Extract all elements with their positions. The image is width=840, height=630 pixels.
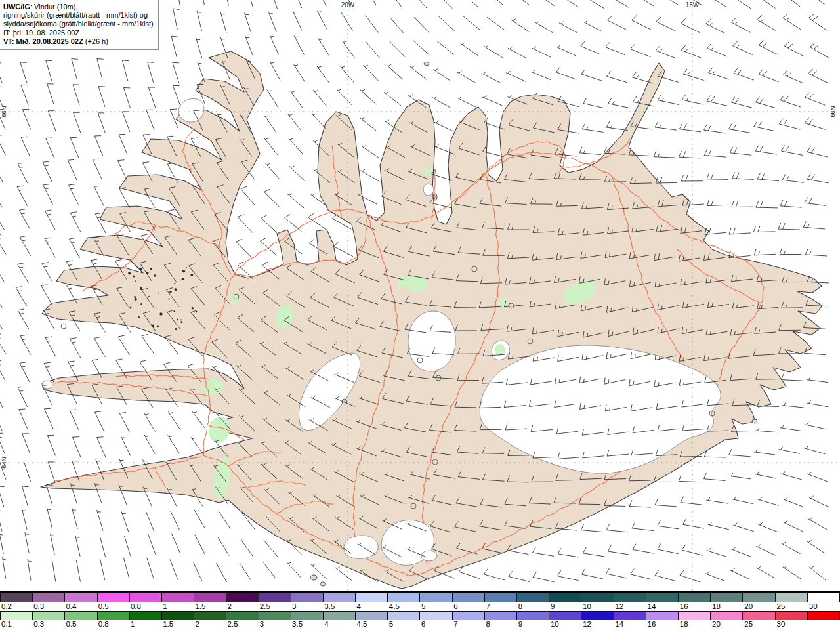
sleet-snow-scale-tick-label: 4.5 [357,620,368,629]
rain-scale-tick-label: 6 [453,602,457,611]
sleet-snow-scale-cell [678,612,710,620]
sleet-snow-scale-cell [581,612,613,620]
legend-colorbars: 0.20.30.40.50.811.522.533.544.5567891012… [0,591,840,630]
rain-scale-cell [226,593,258,602]
rain-scale-tick-label: 16 [680,602,688,611]
rain-scale-labels: 0.20.30.40.50.811.522.533.544.5567891012… [0,602,840,611]
rain-scale-tick-label: 5 [421,602,425,611]
rain-scale-cell [1,593,32,602]
rain-scale-tick-label: 0.8 [131,602,141,611]
parallel-label: 66N [0,106,7,117]
rain-scale-tick-label: 10 [583,602,591,611]
rain-scale-cell [161,593,194,602]
sleet-snow-scale-cell [291,612,323,620]
sleet-snow-scale-tick-label: 8 [486,620,490,629]
rain-scale-cell [387,593,419,602]
sleet-snow-scale-cell [775,612,807,620]
rain-scale-cell [775,593,807,602]
rain-scale-tick-label: 0.2 [1,602,12,611]
title-line-1: UWC/IG: Vindur (10m), [3,3,154,11]
init-time: IT: þri. 19. 08. 2025 00Z [3,29,154,37]
sleet-snow-scale-cell [1,612,32,620]
rain-scale-tick-label: 14 [648,602,656,611]
weather-map: 20W15W66N66N64N [0,0,840,592]
sleet-snow-scale-tick-label: 9 [518,620,522,629]
rain-scale-cell [97,593,129,602]
rain-scale-tick-label: 8 [518,602,522,611]
title-line-2: rigning/skúrir (grænt/blátt/rautt - mm/1… [3,11,154,20]
rain-scale-tick-label: 20 [744,602,753,611]
sleet-snow-scale-cell [742,612,774,620]
rain-scale-cell [549,593,581,602]
sleet-snow-scale-cell [355,612,387,620]
rain-scale-tick-label: 9 [551,602,555,611]
sleet-snow-scale-cell [516,612,549,620]
rain-scale-cell [710,593,742,602]
rain-scale-cell [129,593,161,602]
rain-scale-tick-label: 7 [486,602,490,611]
sleet-snow-scale-tick-label: 18 [680,620,688,629]
rain-scale-cell [323,593,355,602]
rain-scale-tick-label: 4 [357,602,361,611]
rain-scale-tick-label: 25 [777,602,786,611]
rain-scale-cell [291,593,323,602]
rain-scale-tick-label: 4.5 [389,602,400,611]
sleet-snow-scale-tick-label: 3.5 [292,620,303,629]
rain-scale-cell [742,593,774,602]
sleet-snow-scale-cell [323,612,355,620]
rain-scale-cell [64,593,96,602]
sleet-snow-scale-cell [452,612,484,620]
rain-scale-cell [646,593,678,602]
rain-scale-cell [678,593,710,602]
rain-scale-cell [419,593,452,602]
title-box: UWC/IG: Vindur (10m), rigning/skúrir (gr… [0,0,159,50]
rain-scale-cell [614,593,646,602]
product-id: UWC/IG [3,3,30,10]
sleet-snow-scale-tick-label: 0.3 [33,620,44,629]
sleet-snow-scale-cell [161,612,194,620]
rain-scale-tick-label: 0.5 [98,602,109,611]
rain-scale-row [0,593,840,602]
rain-scale-cell [452,593,484,602]
sleet-snow-scale-cell [387,612,419,620]
sleet-snow-scale-tick-label: 14 [615,620,623,629]
title-line-3: slydda/snjókoma (grátt/bleikt/grænt - mm… [3,20,154,28]
rain-scale-tick-label: 1.5 [195,602,205,611]
sleet-snow-scale-cell [710,612,742,620]
sleet-snow-scale-cell [484,612,516,620]
sleet-snow-scale-cell [194,612,226,620]
sleet-snow-scale-tick-label: 3 [260,620,264,629]
rain-scale-cell [259,593,291,602]
sleet-snow-scale-tick-label: 4 [324,620,328,629]
rain-scale-cell [807,593,839,602]
rain-scale-tick-label: 2.5 [260,602,270,611]
weather-map-screen: 20W15W66N66N64N UWC/IG: Vindur (10m), ri… [0,0,840,630]
sleet-snow-scale-cell [807,612,839,620]
sleet-snow-scale-cell [614,612,646,620]
rain-scale-cell [194,593,226,602]
sleet-snow-scale-tick-label: 0.5 [66,620,77,629]
rain-scale-cell [581,593,613,602]
sleet-snow-scale-tick-label: 25 [744,620,753,629]
rain-scale-tick-label: 2 [228,602,232,611]
sleet-snow-scale-labels: 0.10.30.50.811.522.533.544.5567891012141… [0,620,840,629]
sleet-snow-scale-tick-label: 2.5 [228,620,238,629]
sleet-snow-scale-cell [97,612,129,620]
sleet-snow-scale-cell [226,612,258,620]
sleet-snow-scale-tick-label: 5 [389,620,393,629]
rain-scale-tick-label: 3.5 [324,602,335,611]
sleet-snow-scale-tick-label: 1 [131,620,135,629]
rain-scale-tick-label: 1 [163,602,167,611]
sleet-snow-scale-tick-label: 16 [648,620,656,629]
valid-time: VT: Mið. 20.08.2025 02Z (+26 h) [3,37,154,46]
sleet-snow-scale-cell [646,612,678,620]
sleet-snow-scale-tick-label: 30 [777,620,786,629]
rain-scale-tick-label: 0.3 [33,602,44,611]
sleet-snow-scale-tick-label: 2 [195,620,199,629]
sleet-snow-scale-tick-label: 6 [421,620,425,629]
rain-scale-tick-label: 0.4 [66,602,77,611]
sleet-snow-scale-tick-label: 12 [583,620,591,629]
rain-scale-tick-label: 18 [712,602,721,611]
rain-scale-tick-label: 12 [615,602,623,611]
sleet-snow-scale-cell [32,612,64,620]
